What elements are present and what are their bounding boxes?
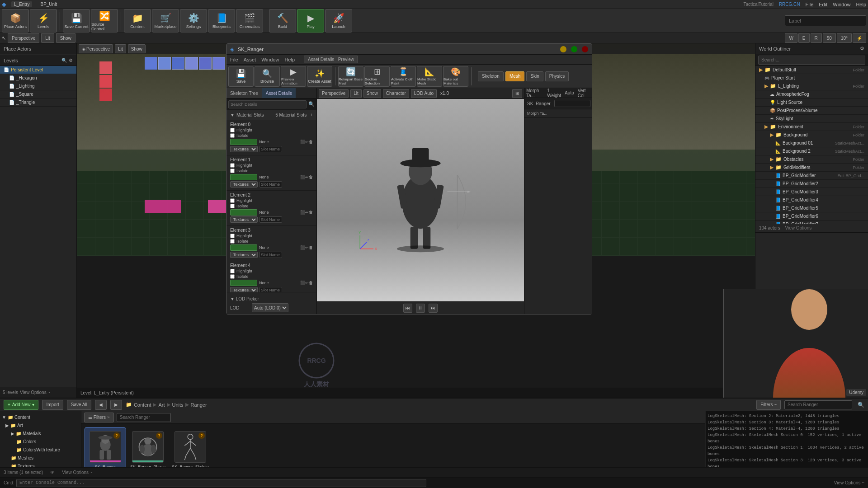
outliner-light-source[interactable]: 💡 Light Source bbox=[755, 99, 868, 107]
element2-highlight-cb[interactable] bbox=[230, 198, 235, 203]
levels-settings-btn[interactable]: ⚙ bbox=[69, 58, 73, 63]
popup-vp-perspective-btn[interactable]: Perspective bbox=[319, 89, 349, 98]
popup-browse-btn[interactable]: 🔍 Browse bbox=[255, 66, 280, 87]
tree-textures[interactable]: 📁 Textures bbox=[0, 462, 81, 467]
modes-btn[interactable]: ⚡ Levels bbox=[30, 9, 57, 33]
popup-skeleton-btn[interactable]: Skeleton bbox=[478, 71, 504, 81]
popup-menu-asset[interactable]: Asset bbox=[244, 57, 256, 62]
popup-bake-btn[interactable]: 🎨 Bake out Materials bbox=[443, 66, 468, 87]
popup-reimport-btn[interactable]: 🔄 Reimport Base Mesh bbox=[338, 66, 363, 87]
tree-materials[interactable]: ▶ 📁 Materials bbox=[0, 429, 81, 437]
lod-select[interactable]: Auto (LOD 0) LOD 0 LOD 1 bbox=[252, 303, 288, 312]
popup-static-btn[interactable]: 📐 Make Static Mesh bbox=[417, 66, 442, 87]
skeleton-tree-tab[interactable]: Skeleton Tree bbox=[226, 88, 262, 98]
level-persistent[interactable]: 📄 Persistent Level bbox=[0, 66, 76, 74]
popup-asset-tab[interactable]: Asset Details Preview bbox=[304, 56, 358, 63]
element3-textures-select[interactable]: Textures bbox=[230, 252, 258, 258]
outliner-atm-fog[interactable]: ☁ AtmosphericFog bbox=[755, 90, 868, 99]
outliner-defaultstuff[interactable]: ▶ 📁 DefaultStuff Folder bbox=[755, 66, 868, 74]
search-input[interactable] bbox=[785, 15, 866, 26]
element1-slot-name[interactable] bbox=[259, 181, 282, 188]
outliner-obstacles[interactable]: ▶ 📁 Obstacles Folder bbox=[755, 155, 868, 164]
cmd-input[interactable] bbox=[16, 479, 426, 487]
outliner-bg-2[interactable]: 📐 Background 2 StaticMeshAct... bbox=[755, 147, 868, 155]
outliner-bp-gm2[interactable]: 📘 BP_GridModifier2 bbox=[755, 180, 868, 188]
place-actors-btn[interactable]: 📦 Place Actors bbox=[2, 9, 29, 33]
popup-menu-help[interactable]: Help bbox=[284, 57, 295, 62]
nav-forward-btn[interactable]: ▶ bbox=[110, 400, 122, 410]
element2-slot-name[interactable] bbox=[259, 216, 282, 223]
element3-slot-name[interactable] bbox=[259, 252, 282, 258]
menu-edit[interactable]: Edit bbox=[819, 2, 827, 7]
element4-highlight-cb[interactable] bbox=[230, 269, 235, 273]
popup-menu-file[interactable]: File bbox=[230, 57, 238, 62]
menu-window[interactable]: Window bbox=[833, 2, 850, 7]
popup-pause-btn[interactable]: ⏸ bbox=[416, 304, 425, 313]
element3-isolate-cb[interactable] bbox=[230, 239, 235, 244]
popup-cloth-btn[interactable]: 🧵 Activate Cloth Paint bbox=[391, 66, 416, 87]
bc-content[interactable]: Content bbox=[134, 402, 151, 408]
popup-save-btn[interactable]: 💾 Save bbox=[228, 66, 254, 87]
tree-colors-texture[interactable]: 📁 ColorsWithTexture bbox=[0, 446, 81, 454]
launch-btn[interactable]: 🚀 Launch bbox=[325, 9, 352, 33]
popup-skin-btn[interactable]: Skin bbox=[526, 71, 543, 81]
outliner-environment[interactable]: ▶ 📁 Environment Folder bbox=[755, 123, 868, 131]
outliner-settings-btn[interactable]: ⚙ bbox=[860, 46, 864, 52]
element4-textures-select[interactable]: Textures bbox=[230, 287, 258, 292]
popup-maximize-btn[interactable] bbox=[571, 46, 577, 52]
outliner-bp-gm5[interactable]: 📘 BP_GridModifier5 bbox=[755, 204, 868, 212]
element2-isolate-cb[interactable] bbox=[230, 204, 235, 208]
blueprints-btn[interactable]: 📘 Blueprints bbox=[208, 9, 235, 33]
add-slot-btn[interactable]: + bbox=[310, 113, 313, 117]
popup-minimize-btn[interactable] bbox=[560, 46, 566, 52]
popup-close-btn[interactable] bbox=[582, 46, 588, 52]
level-triangle[interactable]: 📄 _Triangle bbox=[0, 99, 76, 107]
element1-isolate-cb[interactable] bbox=[230, 169, 235, 173]
element4-slot-name[interactable] bbox=[259, 287, 282, 292]
tree-meshes[interactable]: 📁 Meshes bbox=[0, 454, 81, 462]
element0-textures-select[interactable]: Textures bbox=[230, 146, 258, 152]
build-btn[interactable]: 🔨 Build bbox=[269, 9, 296, 33]
content-filters-btn[interactable]: ☰ Filters ~ bbox=[84, 413, 114, 422]
angle-btn[interactable]: 10° bbox=[837, 33, 852, 43]
element2-textures-select[interactable]: Textures bbox=[230, 216, 258, 223]
settings-btn[interactable]: ⚙️ Settings bbox=[180, 9, 207, 33]
tree-content[interactable]: ▼ 📁 Content bbox=[0, 413, 81, 421]
outliner-bg-01[interactable]: 📐 Background 01 StaticMeshAct... bbox=[755, 139, 868, 147]
view-options-label[interactable]: View Options ~ bbox=[20, 390, 50, 395]
marketplace-btn[interactable]: 🛒 Marketplace bbox=[152, 9, 179, 33]
mat-slots-header[interactable]: ▼ Material Slots 5 Material Slots + bbox=[226, 110, 316, 120]
outliner-bp-gm4[interactable]: 📘 BP_GridModifier4 bbox=[755, 196, 868, 204]
outliner-bp-gm7[interactable]: 📘 BP_GridModifier7 bbox=[755, 221, 868, 224]
content-inner-search[interactable] bbox=[117, 413, 171, 422]
popup-lod-auto-btn[interactable]: LOD Auto bbox=[411, 89, 437, 98]
content-item-skeleton[interactable]: ? bbox=[170, 427, 211, 467]
popup-section-btn[interactable]: ⊞ Section Selection bbox=[364, 66, 390, 87]
menu-help[interactable]: Help bbox=[856, 2, 866, 7]
bottom-view-options-btn[interactable]: View Options ~ bbox=[62, 470, 92, 475]
outliner-post-process[interactable]: 📦 PostProcessVolume bbox=[755, 107, 868, 115]
popup-create-asset-btn[interactable]: ✨ Create Asset bbox=[307, 66, 332, 87]
translate-btn[interactable]: W bbox=[785, 33, 797, 43]
level-lighting[interactable]: 📄 _Lighting bbox=[0, 82, 76, 90]
outliner-background-folder[interactable]: ▶ 📁 Background Folder bbox=[755, 131, 868, 139]
nav-back-btn[interactable]: ◀ bbox=[95, 400, 107, 410]
element0-highlight-cb[interactable] bbox=[230, 128, 235, 132]
add-new-btn[interactable]: + Add New ▾ bbox=[4, 400, 38, 410]
level-square[interactable]: 📄 _Square bbox=[0, 90, 76, 99]
asset-details-tab[interactable]: Asset Details bbox=[262, 88, 296, 98]
camera-speed-btn[interactable]: ⚡ bbox=[853, 33, 866, 43]
element4-isolate-cb[interactable] bbox=[230, 274, 235, 279]
morph-search-input[interactable] bbox=[554, 100, 590, 107]
content-search-input[interactable] bbox=[784, 400, 852, 409]
show-btn[interactable]: Show bbox=[56, 33, 75, 43]
outliner-player-start[interactable]: 🎮 Player Start bbox=[755, 74, 868, 82]
outliner-skylight[interactable]: ☀ SkyLight bbox=[755, 115, 868, 123]
source-control-btn[interactable]: 🔀 Source Control bbox=[91, 9, 118, 33]
outliner-view-options-btn[interactable]: View Options bbox=[785, 225, 811, 230]
element3-highlight-cb[interactable] bbox=[230, 234, 235, 238]
content-item-sk-ranger[interactable]: ? bbox=[85, 427, 126, 467]
save-btn[interactable]: 💾 Save Current bbox=[63, 9, 90, 33]
viewport-area[interactable]: ◈ Perspective Lit Show ◈ SK_Ranger bbox=[77, 43, 755, 398]
element1-highlight-cb[interactable] bbox=[230, 163, 235, 168]
